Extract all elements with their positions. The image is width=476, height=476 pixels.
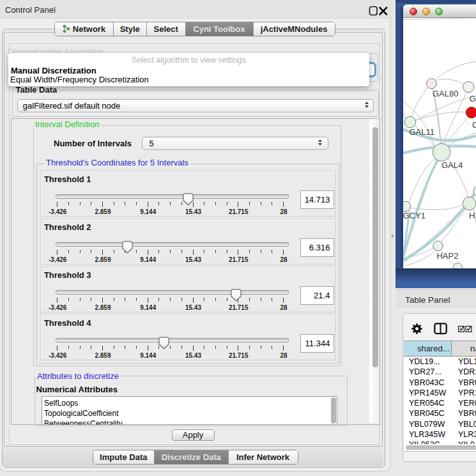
svg-text:GCY1: GCY1 [403,211,426,220]
svg-text:H: H [469,211,475,220]
svg-text:HAP2: HAP2 [437,251,459,261]
svg-text:GAL4: GAL4 [441,160,463,169]
svg-text:GAL11: GAL11 [410,127,434,137]
svg-text:C: C [472,119,476,129]
svg-text:GAL80: GAL80 [433,89,458,98]
svg-text:GA: GA [470,94,476,104]
